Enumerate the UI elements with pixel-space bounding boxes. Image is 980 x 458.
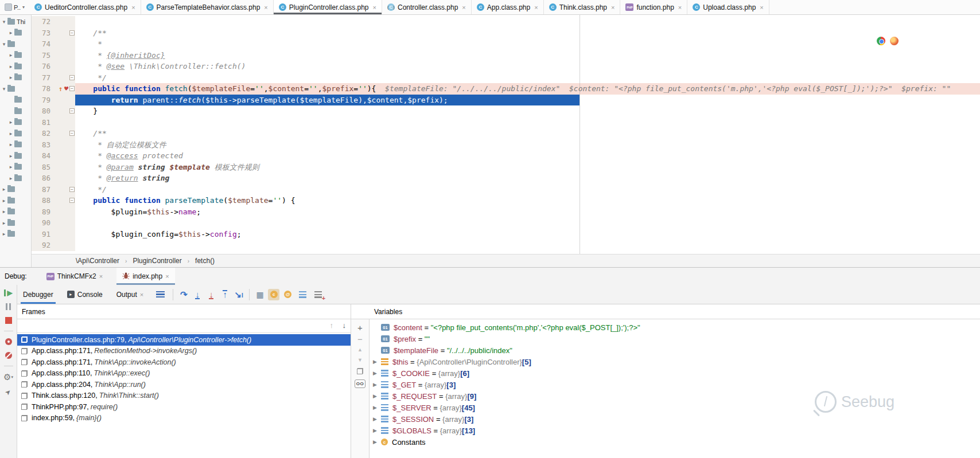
- project-tree-row[interactable]: [0, 95, 32, 105]
- editor-tab[interactable]: CThink.class.php×: [544, 0, 621, 14]
- code-line[interactable]: 77− */: [32, 72, 980, 84]
- code-line[interactable]: 82− /**: [32, 128, 980, 139]
- project-tree-row[interactable]: ▸: [0, 184, 32, 195]
- stack-frame-row[interactable]: ThinkPHP.php:97, require(): [17, 401, 351, 413]
- variable-row[interactable]: 01$content = "<?php file_put_contents('m…: [370, 322, 980, 333]
- pin-tab-icon[interactable]: ➤: [3, 387, 13, 397]
- project-tree-panel[interactable]: ▾Thi▸▾▸▸▸▾▸▸▸▸▸▸▸▸▸▸▸: [0, 15, 32, 267]
- code-line[interactable]: 72: [32, 16, 980, 28]
- project-tree-row[interactable]: ▸: [0, 117, 32, 128]
- project-tree-row[interactable]: ▸: [0, 61, 32, 72]
- stack-frame-row[interactable]: App.class.php:171, ReflectionMethod->inv…: [17, 346, 351, 357]
- step-out-icon[interactable]: ↑: [218, 289, 232, 299]
- project-tree-row[interactable]: ▸: [0, 128, 32, 139]
- project-tree-row[interactable]: ▸: [0, 139, 32, 150]
- close-icon[interactable]: ×: [534, 4, 538, 11]
- close-icon[interactable]: ×: [462, 4, 465, 11]
- fold-icon[interactable]: −: [69, 198, 75, 203]
- tree-chevron-icon[interactable]: ▸: [1, 209, 7, 214]
- code-line[interactable]: 73− /**: [32, 28, 980, 39]
- breadcrumb-item[interactable]: PluginController: [130, 257, 184, 265]
- move-up-icon[interactable]: ▲: [357, 347, 363, 353]
- step-over-icon[interactable]: ↷: [177, 289, 190, 300]
- editor-tab[interactable]: CPluginController.class.php×: [274, 0, 382, 14]
- project-tree-row[interactable]: ▸: [0, 150, 32, 161]
- variable-row[interactable]: ▶$_COOKIE = {array} [6]: [370, 367, 980, 379]
- tree-chevron-icon[interactable]: ▸: [8, 131, 14, 136]
- step-into-icon[interactable]: ↓: [190, 289, 204, 299]
- project-tree-row[interactable]: ▾Thi: [0, 16, 32, 27]
- editor-tab[interactable]: PHPfunction.php×: [620, 0, 687, 14]
- expand-arrow-icon[interactable]: ▶: [373, 382, 381, 387]
- close-icon[interactable]: ×: [611, 4, 615, 11]
- variable-row[interactable]: ▶$this = {Api\Controller\PluginControlle…: [370, 356, 980, 367]
- tree-chevron-icon[interactable]: ▾: [1, 19, 7, 25]
- pause-program-icon[interactable]: [6, 303, 11, 310]
- add-watch-plus-icon[interactable]: +: [357, 324, 363, 331]
- project-tree-row[interactable]: ▸: [0, 173, 32, 183]
- layout-menu-icon[interactable]: [156, 291, 165, 297]
- tree-chevron-icon[interactable]: ▸: [8, 142, 14, 147]
- tree-chevron-icon[interactable]: ▸: [8, 175, 14, 181]
- view-breakpoints-icon[interactable]: [5, 338, 12, 345]
- expand-arrow-icon[interactable]: ▶: [373, 439, 381, 445]
- tree-chevron-icon[interactable]: ▸: [1, 231, 7, 237]
- close-icon[interactable]: ×: [165, 273, 169, 280]
- move-down-icon[interactable]: ▼: [357, 358, 363, 363]
- project-tree-row[interactable]: ▾: [0, 38, 32, 49]
- close-icon[interactable]: ×: [264, 4, 267, 11]
- tree-chevron-icon[interactable]: ▸: [8, 75, 14, 80]
- code-line[interactable]: 88− public function parseTemplate($templ…: [32, 195, 980, 206]
- close-icon[interactable]: ×: [373, 4, 376, 11]
- editor-tab[interactable]: CUpload.class.php×: [687, 0, 769, 14]
- breadcrumb-item[interactable]: fetch(): [193, 257, 217, 265]
- tree-chevron-icon[interactable]: ▸: [8, 52, 14, 58]
- duplicate-watch-icon[interactable]: [357, 368, 363, 374]
- previous-frame-icon[interactable]: ↑: [330, 321, 334, 330]
- tree-chevron-icon[interactable]: ▸: [8, 64, 14, 69]
- close-icon[interactable]: ×: [140, 291, 143, 298]
- project-selector[interactable]: P.. ▾: [0, 0, 29, 14]
- tree-chevron-icon[interactable]: ▸: [8, 164, 14, 170]
- fold-icon[interactable]: −: [69, 75, 75, 80]
- project-tree-row[interactable]: ▸: [0, 206, 32, 217]
- code-line[interactable]: 89 $plugin=$this->name;: [32, 206, 980, 218]
- code-line[interactable]: 80− }: [32, 105, 980, 117]
- project-tree-row[interactable]: [0, 105, 32, 116]
- stack-frame-row[interactable]: Think.class.php:120, Think\Think::start(…: [17, 390, 351, 402]
- project-tree-row[interactable]: ▸: [0, 28, 32, 38]
- tab-debugger[interactable]: Debugger: [17, 285, 59, 304]
- code-line[interactable]: 86 * @return string: [32, 173, 980, 184]
- tree-chevron-icon[interactable]: ▸: [1, 198, 7, 203]
- tab-console[interactable]: ▸Console: [61, 285, 108, 304]
- code-line[interactable]: 87− */: [32, 184, 980, 195]
- tree-chevron-icon[interactable]: ▸: [1, 220, 7, 226]
- project-tree-row[interactable]: ▸: [0, 217, 32, 228]
- variable-row[interactable]: 01$prefix = "": [370, 333, 980, 345]
- next-frame-icon[interactable]: ↓: [343, 321, 347, 330]
- variable-row[interactable]: ▶$_GET = {array} [3]: [370, 379, 980, 390]
- at-circle-icon[interactable]: @: [284, 291, 291, 298]
- stop-icon[interactable]: [5, 317, 12, 324]
- add-watch-icon[interactable]: [314, 291, 322, 298]
- code-line[interactable]: 92: [32, 240, 980, 251]
- variable-row[interactable]: ▶cConstants: [370, 436, 980, 448]
- evaluate-expression-icon[interactable]: ▦: [253, 290, 267, 299]
- run-to-cursor-icon[interactable]: ↘I: [232, 289, 246, 300]
- code-editor[interactable]: 7273− /**74 *75 * {@inheritDoc}76 * @see…: [32, 15, 980, 254]
- project-tree-row[interactable]: ▸: [0, 162, 32, 173]
- code-line[interactable]: 85 * @param string $template 模板文件规则: [32, 162, 980, 173]
- editor-tab[interactable]: CApp.class.php×: [472, 0, 544, 14]
- project-tree-row[interactable]: ▸: [0, 195, 32, 206]
- mute-breakpoints-icon[interactable]: [5, 352, 12, 359]
- code-line[interactable]: 90: [32, 217, 980, 229]
- debug-session-tab[interactable]: index.php×: [116, 268, 174, 285]
- code-line[interactable]: 78↑♥✓− public function fetch($templateFi…: [32, 83, 980, 95]
- variable-row[interactable]: ▶$GLOBALS = {array} [13]: [370, 425, 980, 436]
- tree-chevron-icon[interactable]: ▸: [8, 119, 14, 125]
- fold-icon[interactable]: −: [69, 187, 75, 192]
- project-tree-row[interactable]: ▸: [0, 50, 32, 61]
- close-icon[interactable]: ×: [678, 4, 682, 11]
- fold-icon[interactable]: −: [69, 86, 75, 91]
- resume-program-icon[interactable]: ▶: [4, 289, 12, 296]
